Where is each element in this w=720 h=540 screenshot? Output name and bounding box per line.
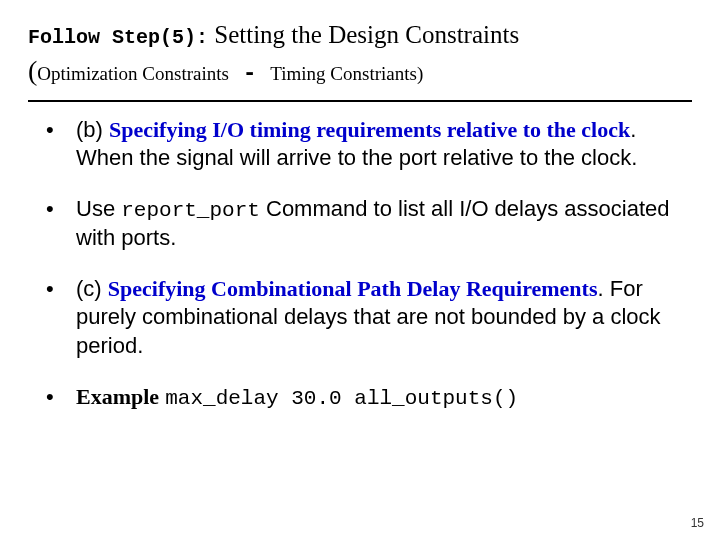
paren-open: ( xyxy=(28,55,37,86)
divider xyxy=(28,100,692,102)
bullet-lead: (b) xyxy=(76,117,109,142)
slide-title: Follow Step(5): Setting the Design Const… xyxy=(28,18,692,90)
title-prefix: Follow Step(5): xyxy=(28,26,208,49)
bullet-lead: (c) xyxy=(76,276,108,301)
subtitle-part1: Optimization Constraints xyxy=(37,63,229,84)
list-item: Use report_port Command to list all I/O … xyxy=(28,195,692,253)
bullet-lead: Use xyxy=(76,196,121,221)
title-line-2: (Optimization Constraints - Timing Const… xyxy=(28,52,692,90)
bullet-emphasis: Specifying Combinational Path Delay Requ… xyxy=(108,276,598,301)
subtitle-dash: - xyxy=(229,61,270,87)
list-item: (c) Specifying Combinational Path Delay … xyxy=(28,275,692,361)
list-item: Example max_delay 30.0 all_outputs() xyxy=(28,383,692,412)
bullet-list: (b) Specifying I/O timing requirements r… xyxy=(28,116,692,412)
bullet-emphasis: Specifying I/O timing requirements relat… xyxy=(109,117,630,142)
list-item: (b) Specifying I/O timing requirements r… xyxy=(28,116,692,173)
subtitle-part2: Timing Constriants) xyxy=(270,63,423,84)
bullet-bold: Example xyxy=(76,384,159,409)
bullet-code: max_delay 30.0 all_outputs() xyxy=(165,387,518,410)
title-main: Setting the Design Constraints xyxy=(208,21,519,48)
page-number: 15 xyxy=(691,516,704,530)
bullet-code: report_port xyxy=(121,199,260,222)
slide: Follow Step(5): Setting the Design Const… xyxy=(0,0,720,540)
title-line-1: Follow Step(5): Setting the Design Const… xyxy=(28,18,692,52)
